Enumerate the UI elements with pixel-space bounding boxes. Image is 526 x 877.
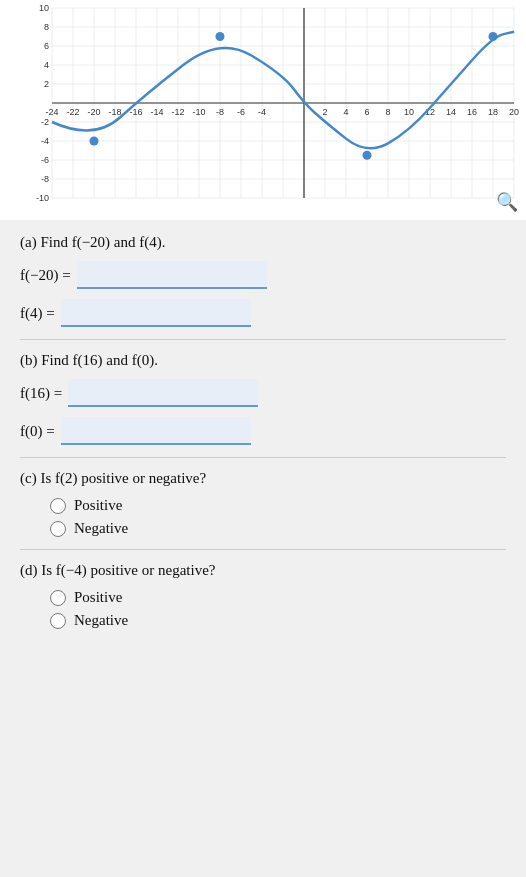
magnify-icon[interactable]: 🔍 bbox=[496, 191, 518, 213]
part-c-negative-radio[interactable] bbox=[50, 521, 66, 537]
divider-bc bbox=[20, 457, 506, 458]
divider-cd bbox=[20, 549, 506, 550]
part-d-label: (d) Is f(−4) positive or negative? bbox=[20, 562, 506, 579]
part-c-negative-option[interactable]: Negative bbox=[50, 520, 506, 537]
part-d-radio-group: Positive Negative bbox=[20, 589, 506, 629]
f-neg20-input[interactable] bbox=[77, 261, 267, 289]
f-neg20-text: f(−20) = bbox=[20, 267, 71, 284]
f-0-line: f(0) = bbox=[20, 417, 506, 445]
part-d-negative-radio[interactable] bbox=[50, 613, 66, 629]
part-d-negative-label[interactable]: Negative bbox=[74, 612, 128, 629]
part-c-negative-label[interactable]: Negative bbox=[74, 520, 128, 537]
f-0-input[interactable] bbox=[61, 417, 251, 445]
part-d-negative-option[interactable]: Negative bbox=[50, 612, 506, 629]
part-c-radio-group: Positive Negative bbox=[20, 497, 506, 537]
f-4-input[interactable] bbox=[61, 299, 251, 327]
f-neg20-line: f(−20) = bbox=[20, 261, 506, 289]
page: 🔍 (a) Find f(−20) and f(4). f(−20) = f(4… bbox=[0, 0, 526, 669]
part-d-positive-option[interactable]: Positive bbox=[50, 589, 506, 606]
part-c-label: (c) Is f(2) positive or negative? bbox=[20, 470, 506, 487]
part-c-positive-label[interactable]: Positive bbox=[74, 497, 122, 514]
part-b-label: (b) Find f(16) and f(0). bbox=[20, 352, 506, 369]
f-4-line: f(4) = bbox=[20, 299, 506, 327]
graph-container: 🔍 bbox=[0, 0, 526, 220]
f-16-text: f(16) = bbox=[20, 385, 62, 402]
divider-ab bbox=[20, 339, 506, 340]
questions-area: (a) Find f(−20) and f(4). f(−20) = f(4) … bbox=[0, 220, 526, 649]
part-c-positive-option[interactable]: Positive bbox=[50, 497, 506, 514]
graph-canvas bbox=[0, 0, 526, 220]
f-0-text: f(0) = bbox=[20, 423, 55, 440]
f-16-input[interactable] bbox=[68, 379, 258, 407]
part-d-positive-radio[interactable] bbox=[50, 590, 66, 606]
f-4-text: f(4) = bbox=[20, 305, 55, 322]
part-a-label: (a) Find f(−20) and f(4). bbox=[20, 234, 506, 251]
f-16-line: f(16) = bbox=[20, 379, 506, 407]
part-d-positive-label[interactable]: Positive bbox=[74, 589, 122, 606]
part-c-positive-radio[interactable] bbox=[50, 498, 66, 514]
